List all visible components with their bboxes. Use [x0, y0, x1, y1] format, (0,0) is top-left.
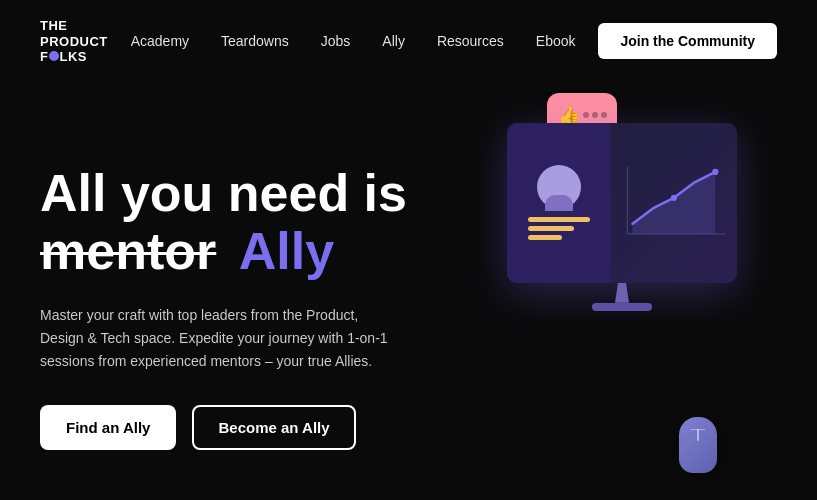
bubble-dot [592, 112, 598, 118]
nav-item-ally[interactable]: Ally [382, 32, 405, 50]
hero-strikethrough-text: mentor [40, 222, 216, 280]
screen-line-2 [528, 226, 575, 231]
hero-section: All you need is mentor Ally Master your … [0, 83, 817, 500]
svg-point-4 [712, 169, 718, 175]
bubble-dots-1 [583, 112, 607, 118]
hero-title: All you need is mentor Ally [40, 165, 460, 279]
nav-item-resources[interactable]: Resources [437, 32, 504, 50]
join-community-button[interactable]: Join the Community [598, 23, 777, 59]
svg-marker-2 [632, 172, 715, 234]
screen-right-panel [611, 123, 738, 283]
hero-buttons: Find an Ally Become an Ally [40, 405, 460, 450]
logo[interactable]: THE PRODUCT FLKS [40, 18, 108, 65]
screen-lines [528, 217, 590, 240]
logo-line1: THE [40, 18, 108, 34]
monitor-illustration [507, 123, 737, 303]
chart-svg [617, 135, 731, 271]
monitor-base [592, 303, 652, 311]
hero-title-line1: All you need is [40, 165, 460, 222]
nav-item-jobs[interactable]: Jobs [321, 32, 351, 50]
nav-item-teardowns[interactable]: Teardowns [221, 32, 289, 50]
nav-item-academy[interactable]: Academy [131, 32, 189, 50]
monitor-stand [612, 283, 632, 303]
navbar: THE PRODUCT FLKS Academy Teardowns Jobs … [0, 0, 817, 83]
become-ally-button[interactable]: Become an Ally [192, 405, 355, 450]
find-ally-button[interactable]: Find an Ally [40, 405, 176, 450]
screen-left-panel [507, 123, 611, 283]
screen-line-3 [528, 235, 562, 240]
hero-content: All you need is mentor Ally Master your … [40, 165, 460, 450]
mouse-illustration [679, 417, 717, 473]
bubble-dot [601, 112, 607, 118]
hero-illustration: 👍 [417, 73, 797, 500]
hero-highlight-text: Ally [239, 222, 334, 280]
hero-title-line2: mentor Ally [40, 223, 460, 280]
hero-description: Master your craft with top leaders from … [40, 304, 400, 373]
nav-item-ebook[interactable]: Ebook [536, 32, 576, 50]
logo-line2: PRODUCT [40, 34, 108, 50]
nav-links: Academy Teardowns Jobs Ally Resources Eb… [131, 32, 576, 50]
svg-point-3 [671, 195, 677, 201]
bubble-dot [583, 112, 589, 118]
screen-line-1 [528, 217, 590, 222]
logo-line3: FLKS [40, 49, 108, 65]
screen-avatar [537, 165, 581, 209]
monitor-screen [507, 123, 737, 283]
logo-icon [49, 51, 59, 61]
